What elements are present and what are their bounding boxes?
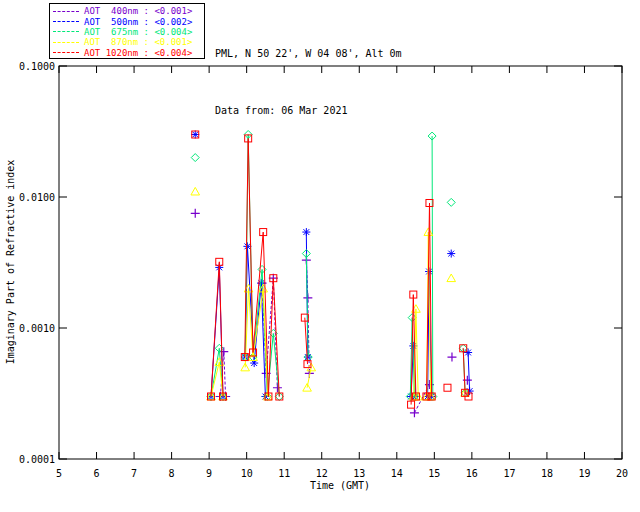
plus-marker <box>303 293 312 302</box>
legend-label: AOT 870nm : <0.001> <box>84 37 192 47</box>
legend-label: AOT 400nm : <0.001> <box>84 6 192 16</box>
diamond-marker <box>447 198 455 206</box>
series-line <box>468 353 470 392</box>
legend-dash-sample <box>53 42 79 43</box>
station-header: PML, N 50 22', W 04 08', Alt 0m Data fro… <box>215 6 402 158</box>
legend-dash-sample <box>53 52 79 53</box>
asterisk-marker <box>302 228 310 236</box>
x-tick-label: 8 <box>169 468 175 479</box>
legend-label: AOT 500nm : <0.002> <box>84 17 192 27</box>
x-tick-label: 18 <box>541 468 553 479</box>
plus-marker <box>273 383 282 392</box>
x-tick-label: 17 <box>503 468 515 479</box>
y-tick-label: 0.0001 <box>19 454 55 465</box>
x-tick-label: 10 <box>241 468 253 479</box>
square-marker <box>444 384 451 391</box>
x-tick-label: 11 <box>278 468 290 479</box>
legend-box: AOT 400nm : <0.001>AOT 500nm : <0.002>AO… <box>49 3 205 59</box>
x-tick-label: 5 <box>56 468 62 479</box>
series-line <box>432 136 433 397</box>
legend-dash-sample <box>53 11 79 12</box>
plus-marker <box>410 408 419 417</box>
legend-item-1020nm: AOT 1020nm : <0.004> <box>50 48 204 58</box>
x-tick-label: 15 <box>428 468 440 479</box>
asterisk-marker <box>191 130 199 138</box>
triangle-marker <box>447 274 456 282</box>
legend-item-870nm: AOT 870nm : <0.001> <box>50 37 204 47</box>
diamond-marker <box>191 154 199 162</box>
y-tick-label: 0.0010 <box>19 323 55 334</box>
plus-marker <box>447 353 456 362</box>
x-tick-label: 19 <box>578 468 590 479</box>
legend-label: AOT 675nm : <0.004> <box>84 27 192 37</box>
data-date-text: Data from: 06 Mar 2021 <box>215 101 402 120</box>
x-tick-label: 12 <box>316 468 328 479</box>
legend-label: AOT 1020nm : <0.004> <box>84 48 192 58</box>
y-axis-label: Imaginary Part of Refractive index <box>5 160 16 365</box>
x-tick-label: 20 <box>616 468 628 479</box>
triangle-marker <box>191 187 200 195</box>
x-tick-label: 14 <box>391 468 403 479</box>
legend-dash-sample <box>53 21 79 22</box>
x-axis-label: Time (GMT) <box>310 480 370 491</box>
x-tick-label: 9 <box>206 468 212 479</box>
x-tick-label: 6 <box>94 468 100 479</box>
series-group <box>191 130 474 417</box>
y-tick-label: 0.1000 <box>19 61 55 72</box>
legend-item-675nm: AOT 675nm : <0.004> <box>50 27 204 37</box>
x-tick-label: 7 <box>131 468 137 479</box>
asterisk-marker <box>447 250 455 258</box>
legend-item-500nm: AOT 500nm : <0.002> <box>50 16 204 26</box>
legend-dash-sample <box>53 31 79 32</box>
y-tick-label: 0.0100 <box>19 192 55 203</box>
plus-marker <box>191 209 200 218</box>
x-tick-label: 16 <box>466 468 478 479</box>
station-location-text: PML, N 50 22', W 04 08', Alt 0m <box>215 44 402 63</box>
x-tick-label: 13 <box>353 468 365 479</box>
legend-item-400nm: AOT 400nm : <0.001> <box>50 6 204 16</box>
aeronet-refractive-index-page: AOT 400nm : <0.001>AOT 500nm : <0.002>AO… <box>0 0 640 512</box>
